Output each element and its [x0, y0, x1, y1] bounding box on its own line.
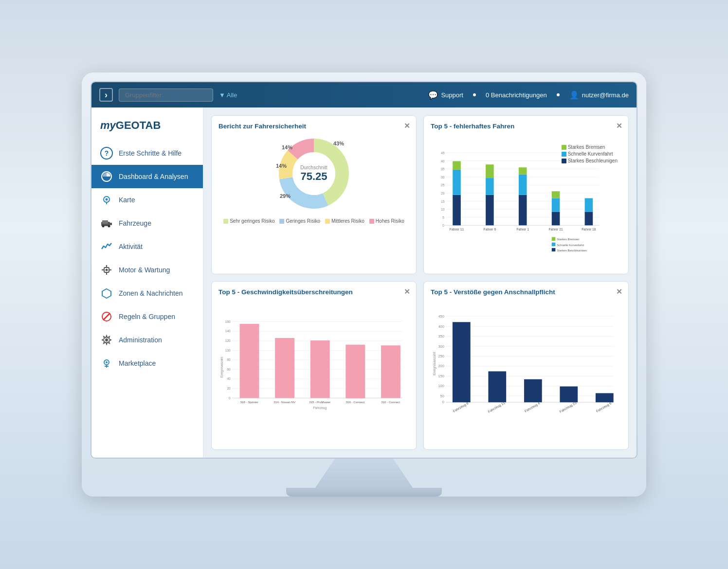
sidebar-item-admin[interactable]: Administration — [91, 328, 203, 352]
motor-label: Motor & Wartung — [119, 266, 170, 274]
svg-text:Fahrer 1: Fahrer 1 — [516, 228, 529, 231]
legend-mittel: Mittleres Risiko — [325, 218, 364, 224]
pct-14a: 14% — [282, 144, 292, 150]
svg-text:350: 350 — [438, 334, 444, 338]
alle-dropdown[interactable]: ▼ Alle — [219, 91, 237, 99]
svg-text:200: 200 — [438, 364, 444, 368]
donut-avg-text: Durchschnitt — [300, 165, 328, 170]
bar-f21-bremsen — [552, 191, 560, 198]
svg-point-20 — [106, 361, 108, 363]
legend-gering: Geringes Risiko — [279, 218, 320, 224]
svg-text:Fahrzeug 8: Fahrzeug 8 — [453, 401, 470, 413]
dashboard-content: Bericht zur Fahrersicherheit ✕ — [203, 107, 637, 458]
karte-icon — [100, 194, 113, 206]
bar-f1-bremsen — [519, 167, 527, 174]
legend-dot-sehr-gering — [223, 219, 228, 224]
sidebar-item-aktivitat[interactable]: Aktivität — [91, 235, 203, 258]
svg-point-18 — [105, 338, 108, 341]
svg-text:Fahrzeug 23: Fahrzeug 23 — [559, 401, 578, 413]
svg-text:35: 35 — [441, 167, 445, 171]
svg-text:Fahrer 6: Fahrer 6 — [484, 228, 496, 231]
pct-43: 43% — [333, 141, 344, 146]
sidebar-item-hilfe[interactable]: ? Erste Schritte & Hilfe — [91, 142, 203, 165]
sidebar-item-dashboard[interactable]: Dashboard & Analysen — [91, 165, 203, 188]
legend-beschl: Starkes Beschleunigen — [562, 158, 618, 163]
top5-seatbelt-close[interactable]: ✕ — [616, 287, 622, 296]
driver-safety-close[interactable]: ✕ — [404, 122, 410, 130]
regeln-label: Regeln & Gruppen — [119, 313, 175, 320]
svg-text:40: 40 — [227, 377, 231, 380]
user-email: nutzer@firma.de — [582, 91, 629, 99]
legend-label-gering: Geringes Risiko — [286, 218, 320, 224]
karte-label: Karte — [119, 196, 135, 204]
donut-legend: Sehr geringes Risiko Geringes Risiko Mit… — [223, 218, 404, 224]
sidebar-item-marketplace[interactable]: Marketplace — [91, 352, 203, 375]
svg-text:Fahrer 18: Fahrer 18 — [582, 228, 596, 231]
svg-rect-5 — [102, 220, 108, 224]
svg-text:20: 20 — [227, 387, 231, 390]
bar-f1-beschl — [519, 195, 527, 226]
top5-driving-close[interactable]: ✕ — [616, 122, 622, 130]
sidebar-item-karte[interactable]: Karte — [91, 188, 203, 212]
bar-f21-kurve — [552, 198, 560, 212]
nav-arrow-button[interactable]: › — [99, 88, 113, 102]
svg-text:0: 0 — [442, 224, 444, 227]
sidebar-item-zonen[interactable]: Zonen & Nachrichten — [91, 282, 203, 305]
regeln-icon — [100, 310, 113, 323]
logo-my: my — [100, 119, 116, 131]
legend-dot-gering — [279, 219, 284, 224]
admin-icon — [100, 334, 113, 346]
svg-text:20: 20 — [441, 192, 445, 195]
svg-text:50: 50 — [440, 394, 444, 398]
support-button[interactable]: 💬 Support — [428, 90, 463, 100]
sidebar: myGEOTAB ? Erste Schritte & Hilfe Dashbo… — [91, 107, 203, 458]
donut-wrapper: Durchschnitt 75.25 43% 29% 14% 14% — [218, 135, 409, 224]
svg-text:80: 80 — [227, 358, 231, 361]
bar-promaster — [310, 340, 330, 398]
svg-text:Ereignisanzahl: Ereignisanzahl — [220, 356, 224, 377]
hilfe-label: Erste Schritte & Hilfe — [119, 149, 182, 157]
group-filter-input[interactable] — [119, 89, 213, 102]
topbar: › ▼ Alle 💬 Support 0 Benachrichtigungen … — [91, 82, 637, 107]
donut-center-label: Durchschnitt 75.25 — [300, 165, 328, 183]
svg-text:314 - Nissan NV: 314 - Nissan NV — [273, 400, 296, 404]
svg-text:400: 400 — [438, 324, 444, 329]
monitor-base — [286, 488, 442, 497]
donut-avg-value: 75.25 — [300, 170, 328, 183]
dashboard-label: Dashboard & Analysen — [119, 173, 188, 180]
svg-text:120: 120 — [225, 339, 231, 342]
svg-text:316 - Connect: 316 - Connect — [346, 400, 365, 404]
bar-fzg8 — [453, 322, 471, 402]
sidebar-item-fahrzeuge[interactable]: Fahrzeuge — [91, 212, 203, 235]
svg-text:45: 45 — [441, 151, 445, 155]
svg-rect-55 — [552, 248, 556, 251]
bar-f11-kurve — [453, 170, 461, 195]
user-menu[interactable]: 👤 nutzer@firma.de — [569, 90, 629, 100]
sidebar-item-motor[interactable]: Motor & Wartung — [91, 258, 203, 282]
notifications[interactable]: 0 Benachrichtigungen — [486, 91, 547, 99]
svg-text:Fahrzeug: Fahrzeug — [313, 406, 327, 410]
top5-driving-chart: 45 40 35 30 25 20 15 — [431, 135, 621, 253]
svg-text:Starkes Beschleunigen: Starkes Beschleunigen — [557, 249, 587, 251]
svg-text:300: 300 — [438, 344, 444, 349]
bar-f6-kurve — [486, 178, 494, 195]
top5-seatbelt-card: Top 5 - Verstöße gegen Anschnallpflicht … — [423, 281, 629, 450]
top5-speed-close[interactable]: ✕ — [404, 287, 410, 296]
svg-text:0: 0 — [442, 400, 444, 404]
svg-text:0: 0 — [229, 396, 231, 400]
sidebar-item-regeln[interactable]: Regeln & Gruppen — [91, 305, 203, 328]
svg-text:Starkes Bremsen: Starkes Bremsen — [557, 238, 579, 241]
svg-text:30: 30 — [441, 176, 445, 179]
bar-connect316 — [346, 345, 365, 398]
aktivitat-label: Aktivität — [119, 243, 143, 250]
svg-rect-51 — [552, 237, 556, 241]
legend-hoch: Hohes Risiko — [369, 218, 404, 224]
dashboard-icon — [100, 170, 113, 183]
main-layout: myGEOTAB ? Erste Schritte & Hilfe Dashbo… — [91, 107, 637, 458]
bar-nissan — [275, 338, 294, 398]
bar-f18-kurve — [585, 198, 593, 212]
seatbelt-title-text: Top 5 - Verstöße gegen Anschnallpflicht — [431, 288, 555, 296]
logo-brand: GEOTAB — [116, 119, 161, 131]
svg-text:Fahrer 21: Fahrer 21 — [548, 228, 563, 231]
legend-label-mittel: Mittleres Risiko — [331, 218, 364, 224]
